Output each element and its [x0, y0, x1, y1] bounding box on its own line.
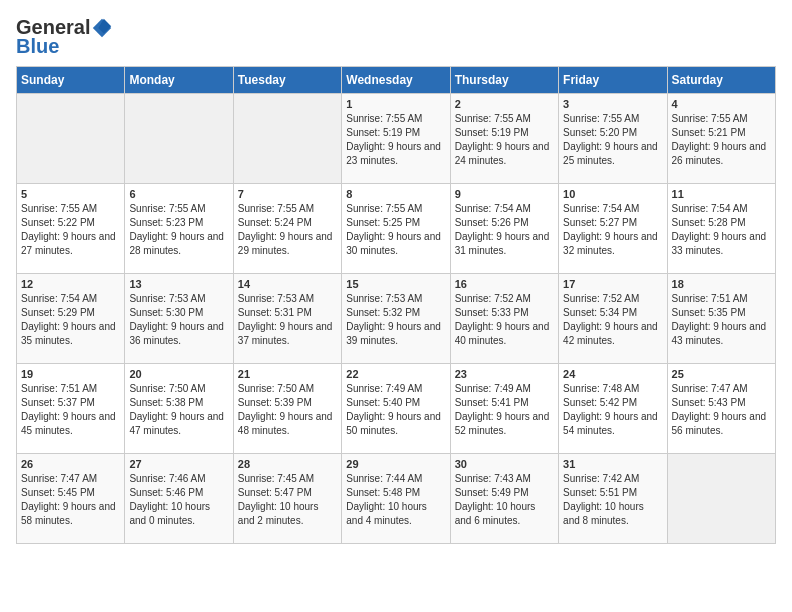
- daylight-text: Daylight: 9 hours and 25 minutes.: [563, 141, 658, 166]
- day-number: 16: [455, 278, 554, 290]
- day-info: Sunrise: 7:51 AMSunset: 5:37 PMDaylight:…: [21, 382, 120, 438]
- day-info: Sunrise: 7:55 AMSunset: 5:20 PMDaylight:…: [563, 112, 662, 168]
- sunrise-text: Sunrise: 7:54 AM: [672, 203, 748, 214]
- calendar-cell: [125, 94, 233, 184]
- sunset-text: Sunset: 5:46 PM: [129, 487, 203, 498]
- day-number: 27: [129, 458, 228, 470]
- day-info: Sunrise: 7:52 AMSunset: 5:34 PMDaylight:…: [563, 292, 662, 348]
- day-info: Sunrise: 7:51 AMSunset: 5:35 PMDaylight:…: [672, 292, 771, 348]
- daylight-text: Daylight: 9 hours and 31 minutes.: [455, 231, 550, 256]
- day-info: Sunrise: 7:53 AMSunset: 5:31 PMDaylight:…: [238, 292, 337, 348]
- sunset-text: Sunset: 5:42 PM: [563, 397, 637, 408]
- sunrise-text: Sunrise: 7:55 AM: [346, 113, 422, 124]
- sunset-text: Sunset: 5:40 PM: [346, 397, 420, 408]
- calendar-cell: 30Sunrise: 7:43 AMSunset: 5:49 PMDayligh…: [450, 454, 558, 544]
- day-info: Sunrise: 7:54 AMSunset: 5:26 PMDaylight:…: [455, 202, 554, 258]
- day-info: Sunrise: 7:49 AMSunset: 5:40 PMDaylight:…: [346, 382, 445, 438]
- day-number: 31: [563, 458, 662, 470]
- day-number: 24: [563, 368, 662, 380]
- daylight-text: Daylight: 9 hours and 56 minutes.: [672, 411, 767, 436]
- calendar-cell: 11Sunrise: 7:54 AMSunset: 5:28 PMDayligh…: [667, 184, 775, 274]
- calendar-cell: 15Sunrise: 7:53 AMSunset: 5:32 PMDayligh…: [342, 274, 450, 364]
- daylight-text: Daylight: 9 hours and 52 minutes.: [455, 411, 550, 436]
- daylight-text: Daylight: 10 hours and 8 minutes.: [563, 501, 644, 526]
- daylight-text: Daylight: 9 hours and 54 minutes.: [563, 411, 658, 436]
- day-info: Sunrise: 7:55 AMSunset: 5:23 PMDaylight:…: [129, 202, 228, 258]
- daylight-text: Daylight: 9 hours and 39 minutes.: [346, 321, 441, 346]
- daylight-text: Daylight: 9 hours and 23 minutes.: [346, 141, 441, 166]
- sunrise-text: Sunrise: 7:49 AM: [455, 383, 531, 394]
- day-number: 23: [455, 368, 554, 380]
- day-info: Sunrise: 7:55 AMSunset: 5:19 PMDaylight:…: [455, 112, 554, 168]
- day-number: 3: [563, 98, 662, 110]
- calendar-cell: 13Sunrise: 7:53 AMSunset: 5:30 PMDayligh…: [125, 274, 233, 364]
- day-number: 11: [672, 188, 771, 200]
- calendar-cell: 29Sunrise: 7:44 AMSunset: 5:48 PMDayligh…: [342, 454, 450, 544]
- daylight-text: Daylight: 9 hours and 33 minutes.: [672, 231, 767, 256]
- day-number: 4: [672, 98, 771, 110]
- day-number: 26: [21, 458, 120, 470]
- sunset-text: Sunset: 5:47 PM: [238, 487, 312, 498]
- day-info: Sunrise: 7:55 AMSunset: 5:24 PMDaylight:…: [238, 202, 337, 258]
- sunrise-text: Sunrise: 7:55 AM: [129, 203, 205, 214]
- sunset-text: Sunset: 5:29 PM: [21, 307, 95, 318]
- sunrise-text: Sunrise: 7:54 AM: [455, 203, 531, 214]
- day-number: 28: [238, 458, 337, 470]
- calendar-cell: 12Sunrise: 7:54 AMSunset: 5:29 PMDayligh…: [17, 274, 125, 364]
- day-info: Sunrise: 7:45 AMSunset: 5:47 PMDaylight:…: [238, 472, 337, 528]
- calendar-cell: 16Sunrise: 7:52 AMSunset: 5:33 PMDayligh…: [450, 274, 558, 364]
- daylight-text: Daylight: 9 hours and 40 minutes.: [455, 321, 550, 346]
- calendar-cell: 14Sunrise: 7:53 AMSunset: 5:31 PMDayligh…: [233, 274, 341, 364]
- calendar-cell: [17, 94, 125, 184]
- calendar-cell: 1Sunrise: 7:55 AMSunset: 5:19 PMDaylight…: [342, 94, 450, 184]
- sunset-text: Sunset: 5:33 PM: [455, 307, 529, 318]
- sunrise-text: Sunrise: 7:52 AM: [563, 293, 639, 304]
- sunset-text: Sunset: 5:27 PM: [563, 217, 637, 228]
- calendar-cell: 31Sunrise: 7:42 AMSunset: 5:51 PMDayligh…: [559, 454, 667, 544]
- day-info: Sunrise: 7:54 AMSunset: 5:27 PMDaylight:…: [563, 202, 662, 258]
- calendar-week-row: 5Sunrise: 7:55 AMSunset: 5:22 PMDaylight…: [17, 184, 776, 274]
- day-number: 9: [455, 188, 554, 200]
- weekday-header: Friday: [559, 67, 667, 94]
- daylight-text: Daylight: 9 hours and 27 minutes.: [21, 231, 116, 256]
- calendar-cell: 26Sunrise: 7:47 AMSunset: 5:45 PMDayligh…: [17, 454, 125, 544]
- daylight-text: Daylight: 9 hours and 26 minutes.: [672, 141, 767, 166]
- sunset-text: Sunset: 5:39 PM: [238, 397, 312, 408]
- calendar-cell: 9Sunrise: 7:54 AMSunset: 5:26 PMDaylight…: [450, 184, 558, 274]
- sunset-text: Sunset: 5:28 PM: [672, 217, 746, 228]
- sunrise-text: Sunrise: 7:52 AM: [455, 293, 531, 304]
- weekday-header: Sunday: [17, 67, 125, 94]
- calendar-cell: 25Sunrise: 7:47 AMSunset: 5:43 PMDayligh…: [667, 364, 775, 454]
- calendar-header-row: SundayMondayTuesdayWednesdayThursdayFrid…: [17, 67, 776, 94]
- sunset-text: Sunset: 5:31 PM: [238, 307, 312, 318]
- sunrise-text: Sunrise: 7:42 AM: [563, 473, 639, 484]
- sunrise-text: Sunrise: 7:55 AM: [346, 203, 422, 214]
- sunrise-text: Sunrise: 7:47 AM: [21, 473, 97, 484]
- calendar-week-row: 26Sunrise: 7:47 AMSunset: 5:45 PMDayligh…: [17, 454, 776, 544]
- calendar-cell: 4Sunrise: 7:55 AMSunset: 5:21 PMDaylight…: [667, 94, 775, 184]
- day-info: Sunrise: 7:46 AMSunset: 5:46 PMDaylight:…: [129, 472, 228, 528]
- day-number: 19: [21, 368, 120, 380]
- sunset-text: Sunset: 5:30 PM: [129, 307, 203, 318]
- day-info: Sunrise: 7:47 AMSunset: 5:43 PMDaylight:…: [672, 382, 771, 438]
- sunrise-text: Sunrise: 7:46 AM: [129, 473, 205, 484]
- weekday-header: Wednesday: [342, 67, 450, 94]
- day-info: Sunrise: 7:53 AMSunset: 5:32 PMDaylight:…: [346, 292, 445, 348]
- sunset-text: Sunset: 5:24 PM: [238, 217, 312, 228]
- day-number: 6: [129, 188, 228, 200]
- sunrise-text: Sunrise: 7:55 AM: [21, 203, 97, 214]
- daylight-text: Daylight: 9 hours and 28 minutes.: [129, 231, 224, 256]
- sunset-text: Sunset: 5:38 PM: [129, 397, 203, 408]
- sunrise-text: Sunrise: 7:55 AM: [238, 203, 314, 214]
- day-number: 17: [563, 278, 662, 290]
- day-info: Sunrise: 7:52 AMSunset: 5:33 PMDaylight:…: [455, 292, 554, 348]
- day-info: Sunrise: 7:55 AMSunset: 5:25 PMDaylight:…: [346, 202, 445, 258]
- sunset-text: Sunset: 5:20 PM: [563, 127, 637, 138]
- sunset-text: Sunset: 5:37 PM: [21, 397, 95, 408]
- daylight-text: Daylight: 9 hours and 35 minutes.: [21, 321, 116, 346]
- day-number: 2: [455, 98, 554, 110]
- daylight-text: Daylight: 9 hours and 45 minutes.: [21, 411, 116, 436]
- day-number: 7: [238, 188, 337, 200]
- logo: General Blue: [16, 16, 113, 58]
- sunrise-text: Sunrise: 7:43 AM: [455, 473, 531, 484]
